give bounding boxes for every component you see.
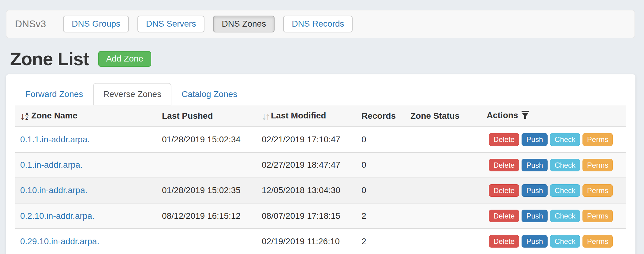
zone-link[interactable]: 0.29.10.in-addr.arpa. (20, 237, 99, 246)
zone-link[interactable]: 0.10.in-addr.arpa. (20, 185, 88, 195)
check-button[interactable]: Check (550, 210, 580, 222)
perms-button[interactable]: Perms (582, 184, 613, 197)
page-head: Zone List Add Zone (10, 48, 644, 69)
zone-table: ↓AZZone Name Last Pushed ↓↑Last Modified… (15, 105, 626, 254)
zone-name-cell: 0.29.10.in-addr.arpa. (15, 229, 157, 254)
zone-status-cell (406, 203, 482, 229)
column-header-records[interactable]: Records (357, 105, 406, 127)
records-cell: 0 (357, 127, 406, 152)
check-button[interactable]: Check (550, 235, 580, 248)
actions-cell: DeletePushCheckPerms (482, 203, 626, 229)
last-pushed-cell: 01/28/2019 15:02:34 (157, 127, 257, 152)
table-row: 0.10.in-addr.arpa.01/28/2019 15:02:3512/… (15, 178, 626, 203)
add-zone-button[interactable]: Add Zone (98, 51, 151, 67)
records-cell: 0 (357, 152, 406, 178)
delete-button[interactable]: Delete (489, 235, 519, 248)
push-button[interactable]: Push (522, 184, 548, 197)
check-button[interactable]: Check (550, 133, 580, 146)
delete-button[interactable]: Delete (489, 159, 519, 171)
last-pushed-cell: 01/28/2019 15:02:35 (157, 178, 257, 203)
page-title: Zone List (10, 48, 89, 69)
zone-list-panel: Forward ZonesReverse ZonesCatalog Zones … (6, 74, 635, 254)
table-row: 0.2.10.in-addr.arpa.08/12/2019 16:15:120… (15, 203, 626, 229)
last-modified-cell: 02/19/2019 11:26:10 (257, 229, 357, 254)
table-row: 0.1.in-addr.arpa.02/27/2019 18:47:470Del… (15, 152, 626, 178)
push-button[interactable]: Push (522, 210, 548, 222)
toolbar-nav: DNS GroupsDNS ServersDNS ZonesDNS Record… (63, 16, 361, 32)
nav-dns-records[interactable]: DNS Records (283, 16, 353, 32)
nav-dns-groups[interactable]: DNS Groups (63, 16, 129, 32)
delete-button[interactable]: Delete (489, 210, 519, 222)
push-button[interactable]: Push (522, 159, 548, 171)
perms-button[interactable]: Perms (582, 159, 613, 171)
column-header-last-modified[interactable]: ↓↑Last Modified (257, 105, 357, 127)
zone-name-cell: 0.2.10.in-addr.arpa. (15, 203, 157, 229)
app-toolbar: DNSv3 DNS GroupsDNS ServersDNS ZonesDNS … (6, 10, 635, 38)
zone-link[interactable]: 0.1.in-addr.arpa. (20, 160, 83, 170)
last-pushed-cell (157, 229, 257, 254)
last-modified-cell: 02/21/2019 17:10:47 (257, 127, 357, 152)
actions-cell: DeletePushCheckPerms (482, 229, 626, 254)
table-row: 0.1.1.in-addr.arpa.01/28/2019 15:02:3402… (15, 127, 626, 152)
nav-dns-zones[interactable]: DNS Zones (213, 16, 275, 32)
column-header-zone-name[interactable]: ↓AZZone Name (15, 105, 157, 127)
records-cell: 2 (357, 203, 406, 229)
last-modified-cell: 02/27/2019 18:47:47 (257, 152, 357, 178)
tab-catalog-zones[interactable]: Catalog Zones (171, 83, 247, 105)
zone-status-cell (406, 229, 482, 254)
last-modified-cell: 08/07/2019 17:18:15 (257, 203, 357, 229)
column-header-zone-status[interactable]: Zone Status (406, 105, 482, 127)
zone-name-cell: 0.1.in-addr.arpa. (15, 152, 157, 178)
push-button[interactable]: Push (522, 235, 548, 248)
perms-button[interactable]: Perms (582, 235, 613, 248)
check-button[interactable]: Check (550, 159, 580, 171)
actions-cell: DeletePushCheckPerms (482, 152, 626, 178)
perms-button[interactable]: Perms (582, 210, 613, 222)
check-button[interactable]: Check (550, 184, 580, 197)
table-row: 0.29.10.in-addr.arpa.02/19/2019 11:26:10… (15, 229, 626, 254)
sort-alpha-down-icon: ↓AZ (20, 111, 28, 121)
filter-icon[interactable] (521, 110, 529, 121)
zone-link[interactable]: 0.1.1.in-addr.arpa. (20, 135, 90, 144)
last-modified-cell: 12/05/2018 13:04:30 (257, 178, 357, 203)
records-cell: 2 (357, 229, 406, 254)
delete-button[interactable]: Delete (489, 133, 519, 146)
perms-button[interactable]: Perms (582, 133, 613, 146)
tab-forward-zones[interactable]: Forward Zones (15, 83, 93, 105)
last-pushed-cell (157, 152, 257, 178)
last-pushed-cell: 08/12/2019 16:15:12 (157, 203, 257, 229)
zone-status-cell (406, 178, 482, 203)
zone-status-cell (406, 127, 482, 152)
table-header-row: ↓AZZone Name Last Pushed ↓↑Last Modified… (15, 105, 626, 127)
nav-dns-servers[interactable]: DNS Servers (137, 16, 204, 32)
delete-button[interactable]: Delete (489, 184, 519, 197)
sort-arrows-icon: ↓↑ (262, 111, 269, 121)
column-header-last-pushed[interactable]: Last Pushed (157, 105, 257, 127)
actions-cell: DeletePushCheckPerms (482, 127, 626, 152)
push-button[interactable]: Push (522, 133, 548, 146)
zone-status-cell (406, 152, 482, 178)
tab-reverse-zones[interactable]: Reverse Zones (93, 83, 171, 105)
column-header-actions: Actions (482, 105, 626, 127)
records-cell: 0 (357, 178, 406, 203)
zone-name-cell: 0.10.in-addr.arpa. (15, 178, 157, 203)
zone-name-cell: 0.1.1.in-addr.arpa. (15, 127, 157, 152)
actions-cell: DeletePushCheckPerms (482, 178, 626, 203)
zone-link[interactable]: 0.2.10.in-addr.arpa. (20, 211, 95, 221)
zone-tabs: Forward ZonesReverse ZonesCatalog Zones (15, 83, 626, 105)
app-brand: DNSv3 (15, 18, 46, 30)
